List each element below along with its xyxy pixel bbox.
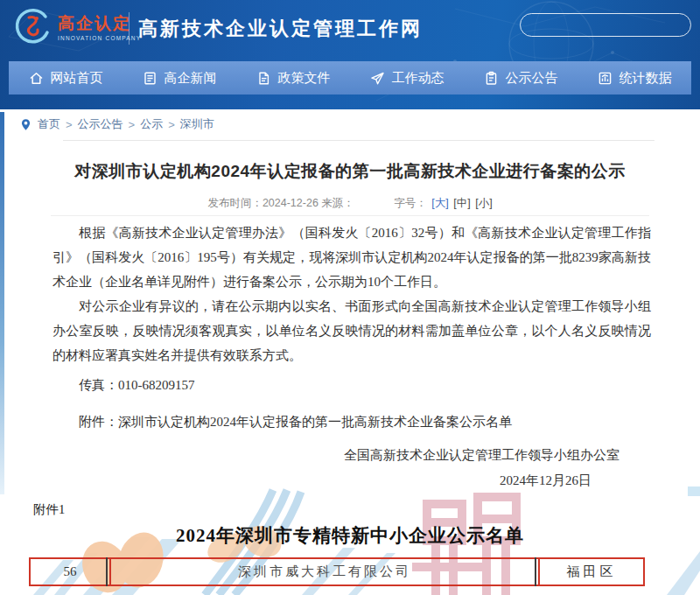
breadcrumb-item-home[interactable]: 首页: [38, 116, 60, 132]
cell-serial-number: 56: [31, 559, 109, 584]
attachment-section: 附件1 2024年深圳市专精特新中小企业公示名单 56 深圳市威大科工有限公司 …: [0, 486, 700, 595]
font-size-group: 字号： [大] [中] [小]: [394, 197, 492, 209]
company-table-row: 56 深圳市威大科工有限公司 福田区: [29, 557, 645, 586]
clipboard-icon: [484, 71, 499, 86]
font-size-small-button[interactable]: [小]: [475, 197, 492, 209]
nav-item-label: 网站首页: [51, 70, 103, 87]
cell-district: 福田区: [538, 559, 643, 584]
publish-info: 发布时间：2024-12-26 来源：: [207, 197, 354, 209]
paper-plane-icon: [370, 71, 385, 86]
breadcrumb-divider: [63, 140, 654, 141]
page-title: 对深圳市认定机构2024年认定报备的第一批高新技术企业进行备案的公示: [48, 160, 652, 183]
site-header: 高企认定 INNOVATION COMPANY 高新技术企业认定管理工作网 网站…: [0, 0, 700, 109]
font-size-medium-button[interactable]: [中]: [453, 197, 470, 209]
nav-item-updates[interactable]: 工作动态: [350, 61, 464, 94]
breadcrumb-separator: >: [168, 118, 175, 131]
nav-item-label: 统计数据: [620, 70, 672, 87]
bar-chart-icon: [598, 71, 612, 86]
nav-item-label: 政策文件: [278, 70, 331, 87]
nav-item-label: 高企新闻: [164, 70, 217, 87]
meta-divider: [51, 215, 649, 216]
breadcrumb: 首页 > 公示公告 > 公示 > 深圳市: [19, 116, 214, 132]
site-title: 高新技术企业认定管理工作网: [138, 16, 423, 42]
nav-item-statistics[interactable]: 统计数据: [578, 61, 691, 94]
left-accent-strip: [0, 112, 4, 494]
location-pin-icon: [19, 118, 32, 131]
nav-item-home[interactable]: 网站首页: [9, 61, 122, 94]
paragraph-2: 对公示企业有异议的，请在公示期内以实名、书面形式向全国高新技术企业认定管理工作领…: [52, 294, 651, 368]
nav-item-announcements[interactable]: 公示公告: [464, 61, 578, 94]
article-body: 根据《高新技术企业认定管理办法》（国科发火〔2016〕32号）和《高新技术企业认…: [52, 220, 651, 493]
article-meta: 发布时间：2024-12-26 来源： 字号： [大] [中] [小]: [0, 196, 700, 211]
logo-mark-icon: [11, 8, 52, 48]
breadcrumb-item-shenzhen[interactable]: 深圳市: [180, 116, 214, 132]
logo-divider: [129, 12, 130, 45]
nav-item-news[interactable]: 高企新闻: [122, 61, 236, 94]
main-nav: 网站首页 高企新闻 政策文件 工作动态 公示公告 统计数据: [9, 61, 691, 94]
font-size-label: 字号：: [394, 197, 427, 209]
cell-company-name: 深圳市威大科工有限公司: [109, 559, 538, 584]
font-size-large-button[interactable]: [大]: [431, 197, 448, 209]
attachment-table-title: 2024年深圳市专精特新中小企业公示名单: [0, 523, 700, 548]
search-box[interactable]: [520, 13, 691, 37]
breadcrumb-separator: >: [66, 118, 73, 131]
attachment-label: 附件1: [33, 501, 65, 518]
search-input[interactable]: [521, 18, 692, 32]
site-logo[interactable]: 高企认定 INNOVATION COMPANY: [11, 8, 141, 48]
home-icon: [29, 71, 44, 86]
paragraph-1: 根据《高新技术企业认定管理办法》（国科发火〔2016〕32号）和《高新技术企业认…: [52, 220, 651, 294]
breadcrumb-separator: >: [129, 118, 136, 131]
signature-org: 全国高新技术企业认定管理工作领导小组办公室: [52, 443, 651, 467]
attachment-line: 附件：深圳市认定机构2024年认定报备的第一批高新技术企业备案公示名单: [52, 410, 651, 434]
fax-line: 传真：010-68209157: [52, 373, 651, 397]
nav-item-policy[interactable]: 政策文件: [236, 61, 350, 94]
breadcrumb-item-announcements[interactable]: 公示公告: [78, 116, 123, 132]
policy-doc-icon: [256, 71, 271, 86]
nav-item-label: 工作动态: [392, 70, 444, 87]
page: 高企认定 INNOVATION COMPANY 高新技术企业认定管理工作网 网站…: [0, 0, 700, 595]
news-icon: [143, 71, 158, 86]
blue-tab-decoration: [688, 486, 700, 496]
nav-item-label: 公示公告: [506, 70, 558, 87]
breadcrumb-item-public-notice[interactable]: 公示: [140, 116, 163, 132]
